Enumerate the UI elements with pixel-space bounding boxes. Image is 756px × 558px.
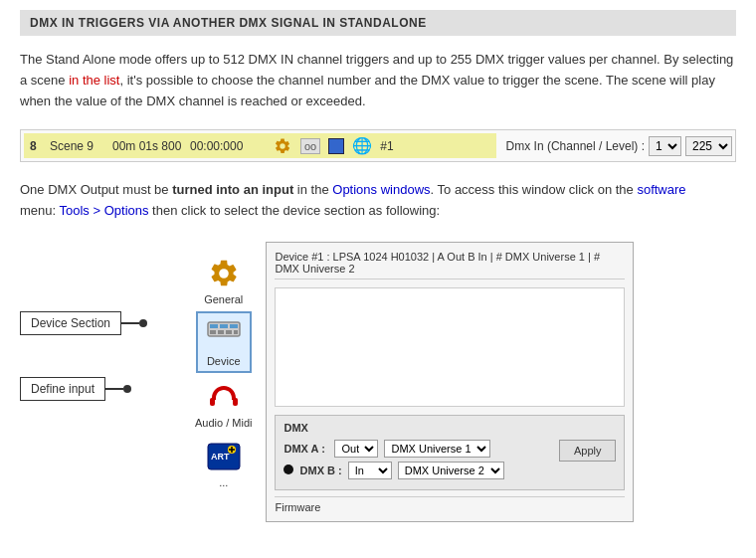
dmx-section: DMX DMX A : Out In DMX Universe 1 — [275, 415, 625, 490]
dmx-b-row: DMX B : Out In DMX Universe 1 DMX Univer… — [284, 462, 550, 479]
dmx-rows: DMX A : Out In DMX Universe 1 DMX Univer… — [284, 440, 550, 483]
device-section-label: Device Section — [20, 311, 121, 335]
dmx-a-row: DMX A : Out In DMX Universe 1 DMX Univer… — [284, 440, 550, 458]
svg-text:ART: ART — [211, 452, 230, 462]
svg-rect-3 — [230, 324, 238, 328]
general-icon-item[interactable]: General — [198, 252, 250, 309]
device-label: Device — [207, 355, 241, 367]
dmx-b-label: DMX B : — [284, 465, 341, 476]
apply-button[interactable]: Apply — [559, 440, 617, 462]
intro-paragraph: The Stand Alone mode offers up to 512 DM… — [20, 50, 736, 111]
dmx-level-select[interactable]: 225 — [685, 136, 732, 156]
dmx-channel-select[interactable]: 1 — [649, 136, 681, 156]
dmx-a-universe-select[interactable]: DMX Universe 1 DMX Universe 2 — [384, 440, 490, 458]
svg-rect-4 — [210, 330, 216, 334]
art-icon: ART — [204, 439, 244, 474]
device-section-row: Device Section — [20, 311, 189, 335]
svg-rect-7 — [234, 330, 238, 334]
general-label: General — [204, 293, 243, 305]
options-highlight: Options windows — [332, 182, 430, 197]
gear-icon — [273, 137, 292, 155]
dmx-in-text: Dmx In (Channel / Level) : — [506, 139, 645, 153]
dmx-a-label: DMX A : — [284, 443, 328, 455]
dmx-b-universe-select[interactable]: DMX Universe 1 DMX Universe 2 — [398, 462, 504, 479]
scene-time2: 00:00:000 — [190, 139, 265, 153]
define-input-label: Define input — [20, 377, 105, 401]
globe-icon: 🌐 — [352, 136, 372, 155]
scene-row: 8 Scene 9 00m 01s 800 00:00:000 oo 🌐 #1 — [24, 133, 496, 158]
dmx-a-value-select[interactable]: Out In — [334, 440, 378, 458]
line-h1 — [121, 322, 139, 324]
audio-icon — [204, 379, 244, 415]
scene-oo: oo — [300, 138, 320, 154]
general-icon — [204, 256, 244, 291]
scene-time1: 00m 01s 800 — [112, 139, 182, 153]
options-panel-title: Device #1 : LPSA 1024 H01032 | A Out B I… — [275, 251, 625, 279]
device-icon-item[interactable]: Device — [196, 311, 252, 373]
audio-midi-icon-item[interactable]: Audio / Midi — [189, 375, 258, 433]
icons-column: General Device — [189, 252, 258, 492]
svg-rect-6 — [226, 330, 232, 334]
svg-rect-1 — [210, 324, 218, 328]
scene-blue-box — [328, 138, 344, 154]
firmware-label: Firmware — [275, 496, 625, 513]
highlight-list: in the list — [69, 73, 119, 88]
title-bar: DMX IN TRIGGERS VIA ANOTHER DMX SIGNAL I… — [20, 10, 736, 36]
page-title: DMX IN TRIGGERS VIA ANOTHER DMX SIGNAL I… — [30, 16, 427, 30]
svg-rect-5 — [218, 330, 224, 334]
dmx-b-value-select[interactable]: Out In — [348, 462, 392, 479]
line-h2 — [105, 388, 123, 390]
svg-rect-2 — [220, 324, 228, 328]
scene-hash: #1 — [380, 139, 393, 153]
connector-dot1 — [139, 319, 147, 327]
second-paragraph: One DMX Output must be turned into an in… — [20, 180, 736, 222]
page-container: DMX IN TRIGGERS VIA ANOTHER DMX SIGNAL I… — [0, 0, 756, 532]
options-panel: Device #1 : LPSA 1024 H01032 | A Out B I… — [266, 242, 634, 522]
scene-row-container: 8 Scene 9 00m 01s 800 00:00:000 oo 🌐 #1 … — [20, 129, 736, 162]
art-icon-item[interactable]: ART ... — [198, 435, 250, 492]
device-icon — [204, 317, 244, 353]
scene-number: 8 — [30, 139, 42, 153]
art-label: ... — [219, 476, 228, 488]
dmx-section-title: DMX — [284, 422, 616, 434]
connector-dot2 — [123, 385, 131, 393]
audio-midi-label: Audio / Midi — [195, 417, 252, 429]
svg-rect-8 — [210, 398, 215, 406]
dmx-in-section: Dmx In (Channel / Level) : 1 225 — [496, 136, 732, 156]
diagram-wrapper: Device Section Define input — [20, 242, 736, 522]
svg-rect-9 — [233, 398, 238, 406]
scene-name: Scene 9 — [50, 139, 104, 153]
define-input-row: Define input — [20, 377, 189, 401]
options-panel-content — [275, 287, 625, 407]
software-highlight: software — [637, 182, 685, 197]
tools-menu-highlight: Tools > Options — [60, 203, 149, 218]
dmx-b-dot — [284, 465, 293, 474]
